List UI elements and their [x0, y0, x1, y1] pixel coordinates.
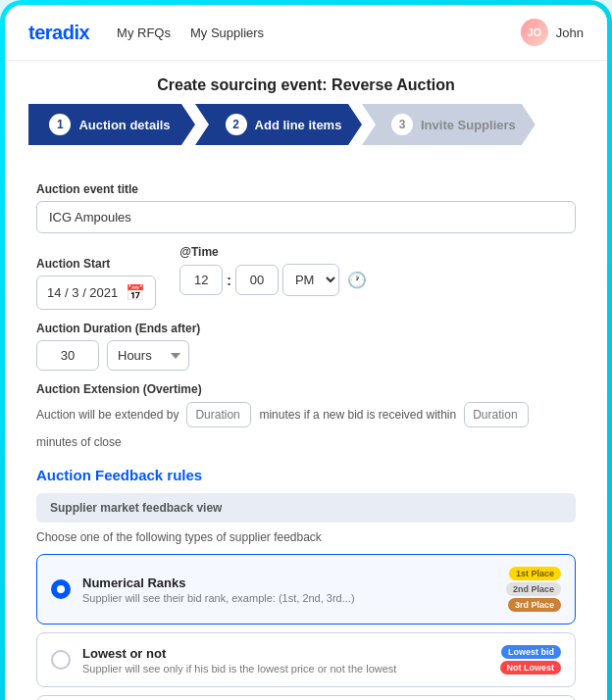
radio-numerical-desc: Supplier will see their bid rank, exampl… — [82, 592, 494, 604]
time-hours-input[interactable] — [179, 265, 223, 295]
radio-numerical-ranks[interactable]: Numerical Ranks Supplier will see their … — [36, 554, 576, 625]
logo: teradix — [28, 22, 89, 44]
duration-number-input[interactable] — [36, 340, 99, 371]
radio-lowest-content: Lowest or not Supplier will see only if … — [82, 646, 488, 675]
radio-no-feedback[interactable]: No feedback Supplier won't see any addit… — [36, 695, 576, 700]
radio-lowest-title: Lowest or not — [82, 646, 488, 661]
step-3-label: Invite Suppliers — [421, 118, 516, 132]
outer-border: teradix My RFQs My Suppliers JO John Cre… — [0, 0, 612, 700]
nav-links: My RFQs My Suppliers — [117, 25, 521, 40]
badge-3rd: 3rd Place — [508, 598, 561, 612]
page-title: Create sourcing event: Reverse Auction — [5, 61, 607, 104]
user-area: JO John — [521, 19, 584, 46]
badge-1st: 1st Place — [509, 567, 561, 580]
event-title-label: Auction event title — [36, 182, 576, 196]
radio-numerical-circle — [51, 579, 71, 599]
navbar: teradix My RFQs My Suppliers JO John — [5, 5, 607, 61]
extension-duration2-input[interactable] — [464, 402, 529, 427]
step-1-number: 1 — [49, 114, 71, 135]
extension-row: Auction will be extended by minutes if a… — [36, 402, 576, 449]
badge-2nd: 2nd Place — [506, 582, 561, 596]
stepper: 1 Auction details 2 Add line items 3 Inv… — [5, 104, 607, 161]
form-area: Auction event title Auction Start 14 / 3… — [5, 161, 607, 700]
radio-lowest-circle — [51, 650, 71, 670]
badge-not-lowest: Not Lowest — [500, 661, 562, 675]
clock-icon: 🕐 — [347, 271, 367, 289]
ampm-select[interactable]: PM AM — [282, 264, 339, 296]
step-3-number: 3 — [391, 114, 413, 135]
duration-row: Hours Minutes Days — [36, 340, 576, 371]
step-2[interactable]: 2 Add line items — [195, 104, 362, 145]
radio-lowest-or-not[interactable]: Lowest or not Supplier will see only if … — [36, 632, 576, 687]
time-row: : PM AM 🕐 — [179, 264, 367, 296]
step-3[interactable]: 3 Invite Suppliers — [362, 104, 536, 145]
date-value: 14 / 3 / 2021 — [47, 285, 118, 300]
badge-lowest: Lowest bid — [501, 645, 561, 659]
numerical-badges: 1st Place 2nd Place 3rd Place — [506, 567, 561, 612]
extension-text2: minutes of close — [36, 435, 122, 449]
lowest-badges: Lowest bid Not Lowest — [500, 645, 562, 675]
step-1-label: Auction details — [78, 118, 170, 132]
time-minutes-input[interactable] — [235, 265, 279, 295]
event-title-input[interactable] — [36, 201, 576, 233]
time-separator: : — [227, 273, 231, 288]
extension-text1: minutes if a new bid is received within — [259, 408, 456, 422]
extension-label: Auction Extension (Overtime) — [36, 382, 576, 396]
step-1[interactable]: 1 Auction details — [28, 104, 195, 145]
duration-unit-select[interactable]: Hours Minutes Days — [107, 340, 189, 371]
at-time-label: @Time — [179, 245, 367, 259]
radio-numerical-title: Numerical Ranks — [82, 575, 494, 590]
feedback-tab-bar: Supplier market feedback view — [36, 493, 576, 523]
main-card: teradix My RFQs My Suppliers JO John Cre… — [5, 5, 607, 700]
step-2-label: Add line items — [255, 118, 342, 132]
date-input[interactable]: 14 / 3 / 2021 📅 — [36, 275, 156, 310]
radio-numerical-content: Numerical Ranks Supplier will see their … — [82, 575, 494, 604]
avatar: JO — [521, 19, 548, 46]
extension-desc-text: Auction will be extended by — [36, 408, 178, 422]
calendar-icon: 📅 — [126, 283, 145, 302]
extension-duration1-input[interactable] — [186, 402, 251, 427]
step-2-number: 2 — [226, 114, 247, 135]
radio-lowest-desc: Supplier will see only if his bid is the… — [82, 663, 488, 675]
nav-my-suppliers[interactable]: My Suppliers — [190, 25, 264, 40]
auction-start-label: Auction Start — [36, 257, 156, 271]
nav-my-rfqs[interactable]: My RFQs — [117, 25, 171, 40]
feedback-section-title: Auction Feedback rules — [36, 467, 576, 483]
username: John — [556, 25, 584, 40]
feedback-choose-label: Choose one of the following types of sup… — [36, 530, 576, 544]
duration-label: Auction Duration (Ends after) — [36, 322, 576, 335]
